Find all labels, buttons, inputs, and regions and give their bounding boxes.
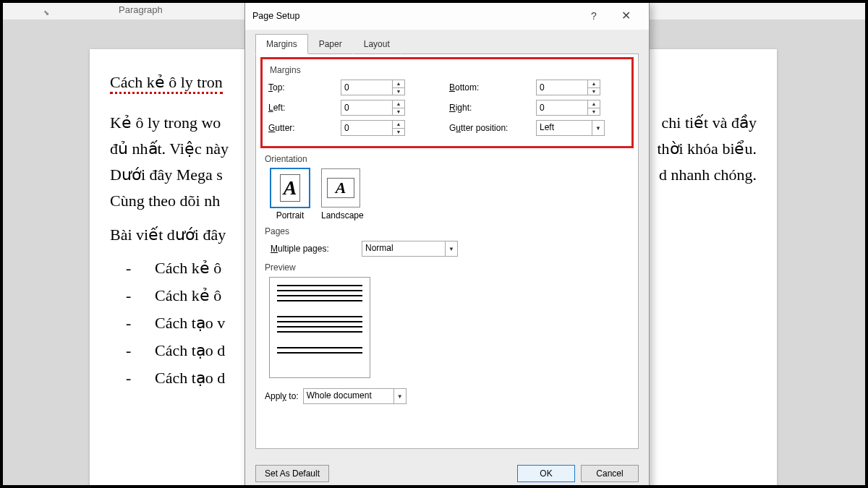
orientation-landscape-icon: A [321,168,360,207]
spin-up-icon[interactable]: ▲ [393,100,404,108]
spin-up-icon[interactable]: ▲ [588,100,600,108]
orientation-portrait-icon: A [271,168,310,207]
apply-to-value: Whole document [304,389,393,403]
tab-margins[interactable]: Margins [255,34,308,54]
dialog-launcher-icon[interactable]: ⬊ [43,9,49,17]
spin-up-icon[interactable]: ▲ [393,121,404,129]
orientation-portrait[interactable]: A Portrait [271,168,310,221]
preview-pane [269,277,370,378]
doc-text: chi tiết và đầy [662,111,757,134]
pages-label: Pages [265,226,629,236]
chevron-down-icon[interactable]: ▼ [592,121,604,135]
margins-highlight-box: Margins Top: ▲▼ Bottom: ▲▼ [260,57,634,148]
gutter-input[interactable]: ▲▼ [341,120,405,136]
spin-down-icon[interactable]: ▼ [393,108,404,116]
gutter-label: Gutter: [268,123,341,133]
dialog-tabs: Margins Paper Layout [245,30,649,54]
preview-label: Preview [265,262,629,273]
tab-layout[interactable]: Layout [353,34,401,54]
margin-top-input[interactable]: ▲▼ [341,80,405,95]
doc-heading: Cách kẻ ô ly tron [110,73,223,94]
orientation-landscape[interactable]: A Landscape [321,168,364,221]
cancel-button[interactable]: Cancel [581,465,639,482]
spin-up-icon[interactable]: ▲ [588,80,600,88]
margin-bottom-input[interactable]: ▲▼ [536,80,600,95]
margin-left-field[interactable] [341,100,392,115]
margin-left-input[interactable]: ▲▼ [341,100,405,116]
margin-right-field[interactable] [537,100,587,115]
doc-text: Kẻ ô ly trong wo [110,114,221,132]
margin-bottom-label: Bottom: [449,82,536,93]
doc-text: d nhanh chóng. [659,163,757,187]
multiple-pages-value: Normal [362,241,445,256]
margin-right-label: Right: [449,103,536,113]
margin-right-input[interactable]: ▲▼ [536,100,600,116]
ribbon-group-paragraph: Paragraph [119,4,163,15]
gutter-field[interactable] [341,121,392,135]
gutter-position-select[interactable]: Left ▼ [536,120,605,136]
spin-down-icon[interactable]: ▼ [393,129,404,136]
dialog-button-bar: Set As Default OK Cancel [255,465,639,482]
spin-down-icon[interactable]: ▼ [393,88,404,95]
spin-down-icon[interactable]: ▼ [588,108,600,116]
orientation-landscape-label: Landscape [321,210,364,221]
chevron-down-icon[interactable]: ▼ [445,241,457,256]
ok-button[interactable]: OK [517,465,575,482]
gutter-position-value: Left [537,121,592,135]
apply-to-label: Apply to: [265,391,299,401]
page-setup-dialog: Page Setup ? ✕ Margins Paper Layout Marg… [244,3,650,485]
doc-text: thời khóa biểu. [657,137,757,160]
margin-left-label: Left: [268,103,341,113]
tab-panel-margins: Margins Top: ▲▼ Bottom: ▲▼ [255,54,639,449]
set-as-default-button[interactable]: Set As Default [255,465,329,482]
multiple-pages-label: Multiple pages: [271,244,357,254]
margin-top-field[interactable] [341,80,392,95]
tab-paper[interactable]: Paper [308,34,353,54]
chevron-down-icon[interactable]: ▼ [393,389,406,403]
doc-text: Cùng theo dõi nh [110,192,220,210]
doc-text: Dưới đây Mega s [110,166,223,184]
spin-up-icon[interactable]: ▲ [393,80,404,88]
help-button[interactable]: ? [578,3,610,30]
orientation-portrait-label: Portrait [276,210,305,221]
close-button[interactable]: ✕ [610,3,642,30]
doc-text: đủ nhất. Việc này [110,140,229,158]
margin-bottom-field[interactable] [537,80,587,95]
multiple-pages-select[interactable]: Normal ▼ [362,241,458,257]
spin-down-icon[interactable]: ▼ [588,88,600,95]
margins-section-label: Margins [270,65,626,75]
gutter-position-label: Gutter position: [449,123,536,133]
orientation-label: Orientation [265,154,629,164]
margin-top-label: Top: [268,82,341,93]
doc-text: Bài viết dưới đây [110,226,226,244]
dialog-titlebar[interactable]: Page Setup ? ✕ [245,3,649,30]
dialog-title: Page Setup [252,3,578,30]
apply-to-select[interactable]: Whole document ▼ [303,388,407,404]
